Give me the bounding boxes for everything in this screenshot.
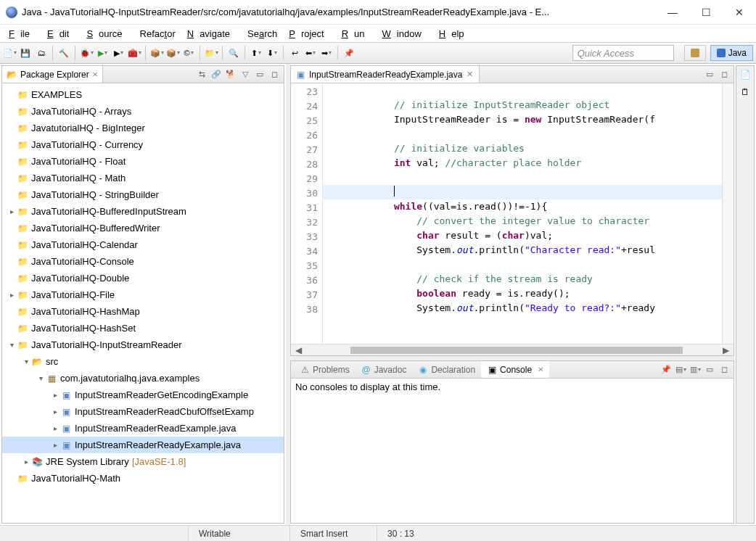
menu-project[interactable]: Project (283, 26, 335, 41)
forward-button[interactable]: ➡ (320, 46, 333, 59)
run-button[interactable]: ▶ (96, 46, 109, 59)
toggle-breadcrumb-button[interactable]: 🔨 (57, 46, 70, 59)
chevron-down-icon[interactable]: ▾ (7, 341, 17, 349)
tree-row[interactable]: ▸📁JavaTutorialHQ - Currency (2, 136, 284, 153)
annotate-next-button[interactable]: ⬇ (266, 46, 279, 59)
code-line[interactable]: boolean ready = is.ready(); (323, 286, 722, 301)
editor-horizontal-scrollbar[interactable]: ◀ ▶ (291, 344, 734, 355)
open-console-icon[interactable]: ▥ (690, 365, 700, 375)
open-type-button[interactable]: 📁 (205, 46, 218, 59)
code-line[interactable] (323, 185, 722, 199)
tree-row[interactable]: ▸📁JavaTutorialHQ-Console (2, 253, 284, 270)
tree-row[interactable]: ▸📁JavaTutorialHQ - Math (2, 170, 284, 186)
menu-refactor[interactable]: Refactor (134, 26, 181, 41)
new-class-button[interactable]: 📦 (166, 46, 179, 59)
code-line[interactable] (323, 127, 722, 141)
minimize-button[interactable]: — (656, 0, 689, 24)
annotate-prev-button[interactable]: ⬆ (250, 46, 263, 59)
quick-access-field[interactable]: Quick Access (572, 45, 674, 61)
menu-window[interactable]: Window (377, 26, 433, 41)
chevron-right-icon[interactable]: ▸ (50, 441, 60, 449)
pin-button[interactable]: 📌 (342, 46, 356, 59)
close-icon[interactable]: ✕ (467, 70, 473, 79)
package-explorer-tab[interactable]: 📂 Package Explorer ✕ (2, 66, 103, 83)
tree-row[interactable]: ▸📁JavaTutorialHQ-File (2, 286, 284, 303)
close-button[interactable]: ✕ (723, 0, 756, 24)
close-icon[interactable]: ✕ (538, 366, 543, 373)
code-editor[interactable]: 23242526272829303132333435363738 // init… (291, 83, 734, 344)
code-line[interactable]: while((val=is.read())!=-1){ (323, 199, 722, 214)
chevron-down-icon[interactable]: ▾ (21, 358, 31, 366)
code-line[interactable]: // convert the integer value to characte… (323, 214, 722, 228)
code-line[interactable]: char result = (char)val; (323, 228, 722, 243)
tree-row[interactable]: ▸📁JavaTutorialHQ-Double (2, 270, 284, 286)
save-all-button[interactable]: 🗂 (35, 46, 48, 59)
menu-source[interactable]: Source (81, 26, 133, 41)
tree-row[interactable]: ▸▣InputStreamReaderReadCbufOffsetExamp (2, 403, 284, 420)
code-line[interactable] (323, 83, 722, 98)
save-button[interactable]: 💾 (19, 46, 32, 59)
display-console-icon[interactable]: ▤ (675, 365, 686, 375)
tree-row[interactable]: ▾▦com.javatutorialhq.java.examples (2, 370, 284, 387)
tab-problems[interactable]: ⚠Problems (294, 361, 356, 378)
outline-fastview-icon[interactable]: 📄 (736, 66, 754, 83)
tree-row[interactable]: ▸📁JavatutorialHQ - BigInteger (2, 120, 284, 136)
tree-row[interactable]: ▸▣InputStreamReaderReadExample.java (2, 420, 284, 437)
ext-tools-button[interactable]: 🧰 (128, 46, 141, 59)
tab-javadoc[interactable]: @Javadoc (356, 361, 413, 378)
menu-edit[interactable]: Edit (41, 26, 81, 41)
tasklist-fastview-icon[interactable]: 🗒 (736, 83, 754, 101)
last-edit-button[interactable]: ↩ (288, 46, 301, 59)
code-line[interactable] (323, 257, 722, 272)
filter-icon[interactable]: 🐕 (226, 70, 236, 80)
menu-run[interactable]: Run (336, 26, 377, 41)
package-explorer-tree[interactable]: ▸📁EXAMPLES▸📁JavaTutorialHQ - Arrays▸📁Jav… (2, 83, 284, 523)
perspective-java[interactable]: Java (710, 45, 753, 61)
code-line[interactable]: // initialize InputStreamReader object (323, 98, 722, 112)
tree-row[interactable]: ▸▣InputStreamReaderReadyExample.java (2, 437, 284, 453)
tree-row[interactable]: ▸📁JavaTutorialHQ-HashMap (2, 303, 284, 320)
link-editor-icon[interactable]: 🔗 (211, 70, 221, 80)
code-line[interactable]: InputStreamReader is = new InputStreamRe… (323, 112, 722, 127)
tree-row[interactable]: ▸📁JavaTutorialHQ-Calendar (2, 236, 284, 253)
chevron-right-icon[interactable]: ▸ (21, 458, 31, 466)
maximize-button[interactable]: ☐ (689, 0, 723, 24)
maximize-view-icon[interactable]: ◻ (269, 70, 279, 80)
view-menu-icon[interactable]: ▽ (240, 70, 250, 80)
tree-row[interactable]: ▸📁JavaTutorialHQ - Float (2, 153, 284, 170)
overview-ruler[interactable] (722, 83, 734, 344)
minimize-editor-icon[interactable]: ▭ (704, 70, 715, 80)
menu-search[interactable]: Search (242, 26, 283, 41)
chevron-right-icon[interactable]: ▸ (7, 207, 17, 215)
code-line[interactable] (323, 170, 722, 185)
tree-row[interactable]: ▸📁JavaTutorialHQ-HashSet (2, 320, 284, 336)
chevron-right-icon[interactable]: ▸ (7, 291, 17, 299)
minimize-view-icon[interactable]: ▭ (255, 70, 265, 80)
search-button[interactable]: 🔍 (227, 46, 240, 59)
tree-row[interactable]: ▸📁EXAMPLES (2, 86, 284, 103)
menu-navigate[interactable]: Navigate (181, 26, 242, 41)
maximize-editor-icon[interactable]: ◻ (719, 70, 729, 80)
menu-file[interactable]: File (3, 26, 41, 41)
code-line[interactable]: int val; //character place holder (323, 156, 722, 170)
minimize-console-icon[interactable]: ▭ (704, 365, 715, 375)
new-package-button[interactable]: 📦 (150, 46, 163, 59)
chevron-down-icon[interactable]: ▾ (36, 374, 46, 382)
editor-tab[interactable]: ▣ InputStreamReaderReadyExample.java ✕ (291, 66, 480, 83)
maximize-console-icon[interactable]: ◻ (719, 365, 729, 375)
new-type-button[interactable]: © (182, 46, 195, 59)
tab-console[interactable]: ▣Console✕ (481, 361, 549, 378)
chevron-right-icon[interactable]: ▸ (50, 391, 60, 399)
tree-row[interactable]: ▾📂src (2, 353, 284, 370)
back-button[interactable]: ⬅ (304, 46, 317, 59)
tree-row[interactable]: ▸📁JavaTutorialHQ-Math (2, 470, 284, 487)
debug-button[interactable]: 🐞 (80, 46, 93, 59)
new-button[interactable]: 📄 (3, 46, 16, 59)
code-line[interactable]: // initialize variables (323, 141, 722, 156)
tree-row[interactable]: ▸📁JavaTutorialHQ - Arrays (2, 103, 284, 120)
collapse-all-icon[interactable]: ⇆ (197, 70, 207, 80)
tree-row[interactable]: ▸▣InputStreamReaderGetEncodingExample (2, 387, 284, 403)
coverage-button[interactable]: ▶ (112, 46, 125, 59)
open-perspective-button[interactable] (684, 45, 706, 61)
code-line[interactable]: System.out.println("Character read:"+res… (323, 243, 722, 257)
